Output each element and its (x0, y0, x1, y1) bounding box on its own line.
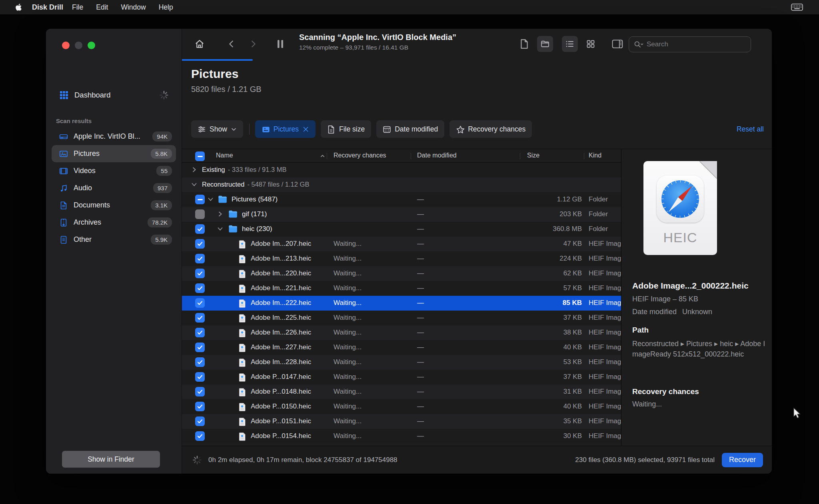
sidebar-item-audio[interactable]: Audio937 (52, 179, 176, 197)
list-view-icon[interactable] (562, 36, 578, 52)
folder-row[interactable]: gif (171)—203 KBFolder (182, 207, 621, 222)
sidebar-item-videos[interactable]: Videos55 (52, 162, 176, 179)
size-cell: 203 KB (518, 210, 582, 218)
date-modified-cell: — (417, 343, 424, 351)
row-checkbox[interactable] (195, 313, 205, 323)
search-input[interactable] (647, 40, 739, 48)
row-checkbox[interactable] (195, 343, 205, 352)
file-row[interactable]: Adobe Im...222.heicWaiting...—85 KBHEIF … (182, 296, 621, 311)
reset-all-button[interactable]: Reset all (737, 125, 764, 133)
folder-row[interactable]: Pictures (5487)—1.12 GBFolder (182, 192, 621, 207)
minimize-window-button[interactable] (75, 42, 82, 49)
page-title: Pictures (191, 67, 262, 81)
sidebar-item-archives[interactable]: Archives78.2K (52, 214, 176, 231)
menu-item-edit[interactable]: Edit (90, 3, 114, 12)
new-file-icon[interactable] (516, 36, 532, 52)
menu-item-window[interactable]: Window (114, 3, 152, 12)
group-row[interactable]: Reconstructed- 5487 files / 1.12 GB (182, 177, 621, 192)
select-all-checkbox[interactable] (195, 151, 205, 161)
file-row[interactable]: Adobe P...0150.heicWaiting...—40 KBHEIF … (182, 399, 621, 414)
apple-menu-icon[interactable] (14, 3, 22, 11)
column-header-date-modified[interactable]: Date modified (417, 152, 457, 159)
row-checkbox[interactable] (195, 283, 205, 293)
file-row[interactable]: Adobe Im...228.heicWaiting...—53 KBHEIF … (182, 355, 621, 370)
size-cell: 85 KB (518, 299, 582, 307)
chevron-down-icon[interactable] (217, 226, 223, 232)
chevron-down-icon[interactable] (191, 181, 197, 187)
group-row[interactable]: Existing- 333 files / 91.3 MB (182, 163, 621, 177)
column-header-size[interactable]: Size (527, 152, 539, 159)
menu-app-name[interactable]: Disk Drill (30, 3, 66, 12)
chevron-right-icon[interactable] (191, 167, 197, 173)
file-row[interactable]: Adobe P...0154.heicWaiting...—30 KBHEIF … (182, 429, 621, 444)
show-in-finder-button[interactable]: Show in Finder (62, 451, 160, 468)
row-checkbox[interactable] (195, 431, 205, 441)
chevron-down-icon[interactable] (208, 196, 214, 202)
sidebar-item-dashboard[interactable]: Dashboard (52, 86, 176, 104)
file-row[interactable]: Adobe P...0147.heicWaiting...—37 KBHEIF … (182, 370, 621, 384)
close-window-button[interactable] (62, 42, 70, 49)
sidebar-item-count-badge: 55 (156, 166, 172, 176)
file-name-cell: Adobe P...0154.heic (251, 432, 311, 440)
filter-chip-date-modified[interactable]: Date modified (376, 120, 444, 138)
filter-chip-pictures[interactable]: Pictures (255, 120, 316, 138)
close-icon[interactable] (302, 126, 309, 133)
row-checkbox[interactable] (195, 269, 205, 278)
file-row[interactable]: Adobe Im...226.heicWaiting...—38 KBHEIF … (182, 325, 621, 340)
pause-icon[interactable] (272, 36, 288, 52)
filter-chip-file-size[interactable]: File size (321, 120, 371, 138)
sidebar-item-apple-inc-virtio-bl[interactable]: Apple Inc. VirtIO Bl...94K (52, 128, 176, 145)
grid-view-icon[interactable] (583, 36, 599, 52)
kind-cell: HEIF Image (589, 299, 621, 307)
keyboard-icon[interactable] (791, 3, 803, 12)
file-row[interactable]: Adobe Im...220.heicWaiting...—62 KBHEIF … (182, 266, 621, 281)
size-cell: 40 KB (518, 402, 582, 410)
file-row[interactable]: Adobe Im...207.heicWaiting...—47 KBHEIF … (182, 237, 621, 251)
search-field[interactable] (629, 36, 751, 52)
row-checkbox[interactable] (195, 402, 205, 411)
row-checkbox[interactable] (195, 195, 205, 204)
chevron-right-icon[interactable] (217, 211, 223, 217)
column-header-name[interactable]: Name (216, 152, 233, 159)
sort-ascending-icon[interactable] (320, 153, 325, 159)
row-checkbox[interactable] (195, 387, 205, 396)
row-checkbox[interactable] (195, 224, 205, 234)
show-filter-button[interactable]: Show (191, 120, 243, 138)
sidebar-item-other[interactable]: Other5.9K (52, 231, 176, 248)
file-row[interactable]: Adobe P...0151.heicWaiting...—35 KBHEIF … (182, 414, 621, 429)
folder-view-icon[interactable] (537, 36, 553, 52)
row-checkbox[interactable] (195, 298, 205, 308)
column-header-kind[interactable]: Kind (589, 152, 601, 159)
recovery-chances-value: Waiting... (632, 400, 662, 408)
file-row[interactable]: Adobe Im...227.heicWaiting...—40 KBHEIF … (182, 340, 621, 355)
menu-item-help[interactable]: Help (152, 3, 180, 12)
row-checkbox[interactable] (195, 209, 205, 219)
sidebar-item-pictures[interactable]: Pictures5.8K (52, 145, 176, 162)
file-row[interactable]: Adobe Im...225.heicWaiting...—37 KBHEIF … (182, 311, 621, 325)
row-checkbox[interactable] (195, 357, 205, 367)
row-checkbox[interactable] (195, 328, 205, 337)
file-row[interactable]: Adobe P...0148.heicWaiting...—31 KBHEIF … (182, 384, 621, 399)
row-checkbox[interactable] (195, 254, 205, 263)
folder-row[interactable]: heic (230)—360.8 MBFolder (182, 222, 621, 237)
column-header-recovery-chances[interactable]: Recovery chances (334, 152, 386, 159)
file-row[interactable]: Adobe Im...213.heicWaiting...—224 KBHEIF… (182, 251, 621, 266)
preview-panel-icon[interactable] (609, 36, 625, 52)
zoom-window-button[interactable] (88, 42, 95, 49)
filter-chip-recovery-chances[interactable]: Recovery chances (449, 120, 532, 138)
back-icon[interactable] (224, 36, 240, 52)
file-row[interactable]: Adobe Im...221.heicWaiting...—57 KBHEIF … (182, 281, 621, 296)
row-checkbox[interactable] (195, 372, 205, 382)
sidebar-item-documents[interactable]: Documents3.1K (52, 197, 176, 214)
size-cell: 1.12 GB (518, 195, 582, 203)
recovery-chances-cell: Waiting... (334, 388, 362, 396)
kind-cell: HEIF Image (589, 329, 621, 337)
archives-icon (59, 218, 68, 227)
forward-icon[interactable] (245, 36, 261, 52)
menu-item-file[interactable]: File (66, 3, 90, 12)
row-checkbox[interactable] (195, 416, 205, 426)
row-checkbox[interactable] (195, 239, 205, 249)
recover-button[interactable]: Recover (722, 453, 763, 467)
preview-file-name: Adobe Image...2_000222.heic (632, 281, 766, 291)
home-icon[interactable] (192, 36, 208, 52)
